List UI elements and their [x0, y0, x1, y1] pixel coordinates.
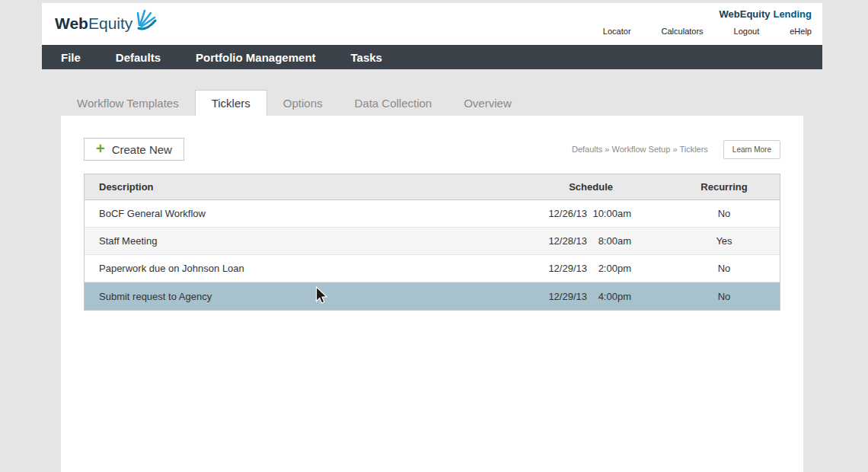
header-description: Description — [85, 181, 539, 193]
top-header: WebEquity WebEquityLending Locator — [42, 3, 822, 45]
header-right: WebEquityLending Locator Calculators Log… — [603, 8, 812, 36]
utility-nav: Locator Calculators Logout eHelp — [603, 27, 812, 36]
utility-link-calculators[interactable]: Calculators — [662, 27, 704, 36]
cell-schedule: 12/29/13 4:00pm — [539, 291, 669, 302]
cell-schedule-time: 4:00pm — [592, 291, 631, 302]
cell-description: BoCF General Workflow — [85, 208, 539, 219]
cell-schedule-date: 12/28/13 — [543, 235, 587, 247]
cell-recurring: Yes — [669, 235, 780, 247]
table-row[interactable]: BoCF General Workflow 12/26/13 10:00am N… — [85, 200, 780, 228]
nav-item-tasks[interactable]: Tasks — [351, 51, 382, 64]
toolbar-row: + Create New Defaults » Workflow Setup »… — [84, 116, 780, 161]
ticklers-table: Description Schedule Recurring BoCF Gene… — [84, 174, 780, 311]
cell-schedule: 12/26/13 10:00am — [539, 208, 669, 219]
brand-line: WebEquityLending — [603, 8, 812, 20]
utility-link-locator[interactable]: Locator — [603, 27, 631, 36]
cell-schedule-date: 12/29/13 — [543, 291, 587, 302]
brand-name: WebEquity — [720, 8, 771, 20]
cell-schedule: 12/28/13 8:00am — [539, 235, 669, 247]
cell-schedule-time: 10:00am — [592, 208, 631, 219]
logo-text: WebEquity — [55, 12, 132, 35]
main-nav-bar: File Defaults Portfolio Management Tasks — [42, 45, 822, 69]
logo-text-equity: Equity — [88, 14, 132, 32]
cell-recurring: No — [669, 291, 780, 302]
cell-schedule-time: 2:00pm — [592, 263, 631, 274]
tab-overview[interactable]: Overview — [448, 90, 528, 116]
tab-strip: Workflow Templates Ticklers Options Data… — [61, 90, 868, 116]
tab-data-collection[interactable]: Data Collection — [338, 90, 448, 116]
plus-icon: + — [96, 141, 105, 156]
tab-ticklers[interactable]: Ticklers — [195, 90, 267, 116]
utility-link-ehelp[interactable]: eHelp — [790, 27, 812, 36]
logo-text-web: Web — [55, 14, 88, 32]
cell-schedule: 12/29/13 2:00pm — [539, 263, 669, 274]
nav-item-file[interactable]: File — [61, 51, 81, 64]
nav-item-defaults[interactable]: Defaults — [116, 51, 161, 64]
webequity-logo[interactable]: WebEquity — [55, 12, 158, 35]
learn-more-button[interactable]: Learn More — [723, 140, 780, 159]
cell-schedule-date: 12/26/13 — [543, 208, 587, 219]
tab-options[interactable]: Options — [267, 90, 339, 116]
table-row[interactable]: Paperwork due on Johnson Loan 12/29/13 2… — [85, 255, 780, 282]
header-schedule-label: Schedule — [569, 181, 613, 193]
utility-link-logout[interactable]: Logout — [734, 27, 760, 36]
tab-workflow-templates[interactable]: Workflow Templates — [61, 90, 195, 116]
header-schedule: Schedule — [539, 181, 669, 193]
table-row-selected[interactable]: Submit request to Agency 12/29/13 4:00pm… — [85, 282, 780, 310]
breadcrumb: Defaults » Workflow Setup » Ticklers — [572, 145, 708, 154]
starburst-logo-icon — [134, 8, 158, 35]
cell-recurring: No — [669, 208, 780, 219]
cell-schedule-time: 8:00am — [592, 235, 631, 247]
cell-description: Submit request to Agency — [85, 291, 539, 302]
cell-schedule-date: 12/29/13 — [543, 263, 587, 274]
toolbar-right-group: Defaults » Workflow Setup » Ticklers Lea… — [572, 140, 780, 159]
cell-recurring: No — [669, 263, 780, 274]
cell-description: Paperwork due on Johnson Loan — [85, 263, 539, 274]
cell-description: Staff Meeting — [85, 235, 539, 247]
nav-item-portfolio-management[interactable]: Portfolio Management — [196, 51, 316, 64]
brand-product: Lending — [773, 8, 812, 20]
create-new-button[interactable]: + Create New — [84, 138, 184, 161]
table-row[interactable]: Staff Meeting 12/28/13 8:00am Yes — [85, 228, 780, 255]
content-panel: + Create New Defaults » Workflow Setup »… — [61, 116, 803, 472]
create-new-label: Create New — [112, 143, 172, 156]
header-recurring: Recurring — [669, 181, 780, 193]
table-header-row: Description Schedule Recurring — [85, 174, 780, 200]
